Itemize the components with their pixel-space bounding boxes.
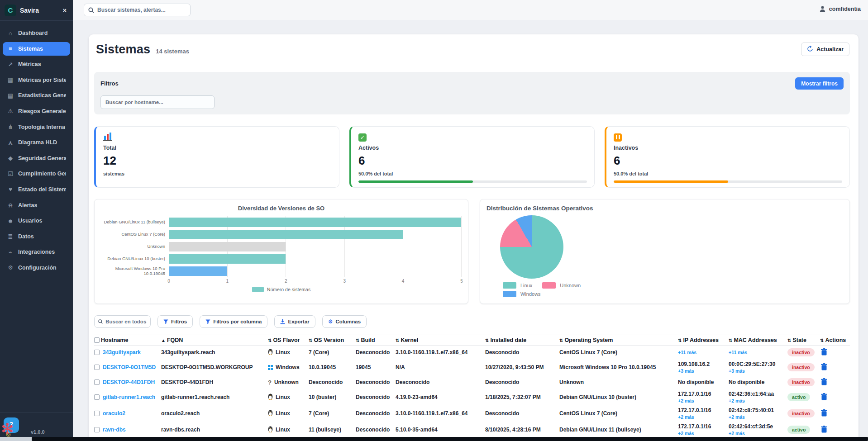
mac-addresses-value: 00:0C:29:5E:27:30	[729, 361, 784, 367]
sidebar-item-diagrama-hld[interactable]: ⋏Diagrama HLD	[3, 136, 70, 149]
mac-addresses: 02:42:64:cf:3d:5e+2 más	[729, 423, 787, 436]
sidebar-item-topologia[interactable]: ⋔Topología Interna	[3, 120, 70, 134]
sort-icon: ⇅	[356, 338, 359, 343]
sort-icon: ▲	[161, 338, 166, 343]
hostname-link[interactable]: oraculo2	[103, 410, 125, 417]
hostname-link[interactable]: ravn-dbs	[103, 427, 126, 433]
delete-button[interactable]	[820, 425, 828, 435]
funnel-icon	[163, 319, 168, 324]
select-all-checkbox[interactable]	[94, 337, 100, 343]
column-header-state[interactable]: ⇅State	[787, 337, 820, 343]
sidebar-item-usuarios[interactable]: ☻Usuarios	[3, 214, 70, 228]
filters-panel: Filtros Mostrar filtros	[94, 72, 850, 114]
mac-addresses-more-link[interactable]: +2 más	[729, 414, 784, 420]
sidebar: C Savira × ⌂Dashboard≡Sistemas↗Métricas▦…	[0, 0, 73, 441]
sidebar-close-icon[interactable]: ×	[61, 6, 68, 15]
sidebar-item-riesgos[interactable]: ⚠Riesgos Generales	[3, 104, 70, 118]
show-filters-button[interactable]: Mostrar filtros	[795, 77, 844, 90]
row-checkbox[interactable]	[94, 365, 100, 370]
ip-addresses-more-link[interactable]: +2 más	[678, 431, 725, 436]
sidebar-item-cumplimiento[interactable]: ☑Cumplimiento General	[3, 167, 70, 180]
sidebar-item-dashboard[interactable]: ⌂Dashboard	[3, 26, 70, 40]
sidebar-item-seguridad[interactable]: ◆Seguridad General	[3, 152, 70, 165]
ip-addresses-more-link[interactable]: +2 más	[678, 398, 725, 403]
linux-penguin-icon	[268, 410, 273, 417]
state-badge: inactivo	[787, 378, 815, 386]
hostname-link[interactable]: DESKTOP-44D1FDH	[103, 379, 155, 385]
column-header-ip-addresses[interactable]: ⇅IP Addresses	[678, 337, 729, 343]
row-checkbox[interactable]	[94, 411, 100, 416]
delete-button[interactable]	[820, 408, 828, 419]
topology-icon: ⋔	[7, 123, 14, 130]
row-checkbox[interactable]	[94, 350, 100, 355]
column-header-os-version[interactable]: ⇅OS Version	[309, 337, 356, 343]
os-flavor-cell: Windows	[268, 364, 309, 370]
hostname-cell: 343guiltyspark	[94, 349, 161, 356]
column-header-installed-date[interactable]: ⇅Installed date	[485, 337, 559, 343]
pause-icon	[614, 133, 622, 142]
hostname-cell: DESKTOP-44D1FDH	[94, 379, 161, 385]
row-checkbox[interactable]	[94, 427, 100, 432]
mac-addresses-more-link[interactable]: +11 más	[729, 350, 784, 355]
sidebar-item-configuracion[interactable]: ⚙Configuración	[3, 261, 70, 275]
hostname-link[interactable]: gitlab-runner1.reach	[103, 394, 155, 400]
pie-legend-item: Unknown	[542, 282, 581, 289]
global-search-input[interactable]	[97, 7, 186, 13]
mac-addresses-more-link[interactable]: +2 más	[729, 431, 784, 436]
column-header-kernel[interactable]: ⇅Kernel	[396, 337, 485, 343]
row-checkbox[interactable]	[94, 379, 100, 385]
ip-addresses-more-link[interactable]: +11 más	[678, 350, 725, 355]
column-header-fqdn[interactable]: ▲FQDN	[161, 337, 268, 343]
sidebar-item-alertas[interactable]: ⍾Alertas	[3, 199, 70, 212]
columns-button[interactable]: ⚙ Columnas	[322, 315, 367, 328]
x-tick-label: 4	[402, 279, 405, 284]
column-label: Installed date	[490, 337, 526, 343]
horizontal-scrollbar[interactable]	[0, 437, 868, 441]
installed-date-cell: 8/10/2025, 4:28:16 PM	[485, 427, 559, 433]
column-header-hostname[interactable]: Hostname	[94, 337, 161, 343]
ip-addresses-value: 109.108.16.2	[678, 361, 725, 367]
export-button[interactable]: Exportar	[274, 315, 315, 328]
delete-button[interactable]	[820, 377, 828, 388]
sidebar-nav: ⌂Dashboard≡Sistemas↗Métricas▦Métricas po…	[0, 21, 73, 275]
sidebar-item-sistemas[interactable]: ≡Sistemas	[3, 42, 70, 56]
refresh-button[interactable]: Actualizar	[801, 43, 849, 56]
sidebar-item-datos[interactable]: ≣Datos	[3, 230, 70, 243]
state-cell: activo	[787, 393, 820, 401]
integrations-icon: ⌁	[7, 249, 14, 256]
column-filters-button[interactable]: Filtros por columna	[200, 315, 267, 328]
refresh-label: Actualizar	[816, 46, 844, 52]
ip-addresses-more-link[interactable]: +2 más	[678, 414, 725, 420]
table-search-input[interactable]	[105, 319, 147, 324]
hostname-search-input[interactable]	[100, 95, 215, 109]
ip-addresses: 109.108.16.2+3 más	[678, 361, 729, 374]
hostname-link[interactable]: 343guiltyspark	[103, 349, 141, 356]
delete-button[interactable]	[820, 362, 828, 373]
mac-addresses-more-link[interactable]: +3 más	[729, 368, 784, 374]
column-header-operating-system[interactable]: ⇅Operating System	[559, 337, 678, 343]
sidebar-item-integraciones[interactable]: ⌁Integraciones	[3, 245, 70, 259]
row-checkbox[interactable]	[94, 394, 100, 400]
user-menu[interactable]: comfidentia	[819, 5, 861, 12]
column-header-mac-addresses[interactable]: ⇅MAC Addresses	[729, 337, 787, 343]
mac-addresses-more-link[interactable]: +2 más	[729, 398, 784, 403]
stat-card-inactivos: Inactivos650.0% del total	[605, 126, 850, 188]
operating-system-cell: CentOS Linux 7 (Core)	[559, 349, 678, 356]
bar-2	[169, 242, 286, 251]
sidebar-item-metricas[interactable]: ↗Métricas	[3, 57, 70, 71]
column-label: Kernel	[401, 337, 418, 343]
column-header-build[interactable]: ⇅Build	[356, 337, 396, 343]
sidebar-item-metricas-sistema[interactable]: ▦Métricas por Sistema	[3, 73, 70, 87]
bar-category-label: Unknown	[101, 241, 169, 253]
bar-row	[169, 228, 461, 241]
scrollbar-thumb[interactable]	[32, 437, 868, 441]
sidebar-item-estado[interactable]: ♥Estado del Sistema	[3, 183, 70, 196]
filters-button[interactable]: Filtros	[157, 315, 193, 328]
ip-addresses-more-link[interactable]: +3 más	[678, 368, 725, 374]
column-header-actions[interactable]: ⇅Actions	[820, 337, 847, 343]
delete-button[interactable]	[820, 392, 828, 403]
sidebar-item-estadisticas[interactable]: ▤Estadísticas Generales	[3, 89, 70, 102]
delete-button[interactable]	[820, 347, 828, 358]
hostname-link[interactable]: DESKTOP-0O1TM5D	[103, 364, 156, 370]
column-header-os-flavor[interactable]: ⇅OS Flavor	[268, 337, 309, 343]
